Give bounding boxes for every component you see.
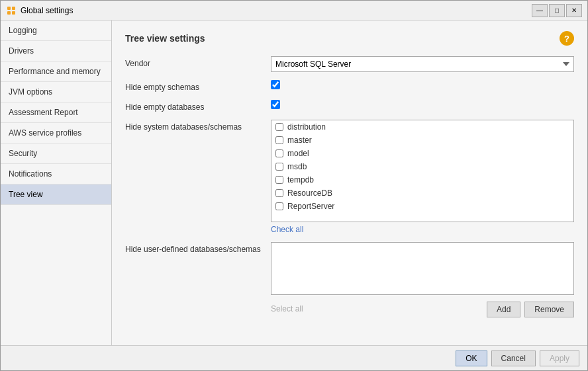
settings-icon (6, 5, 17, 16)
vendor-label: Vendor (125, 56, 271, 68)
svg-rect-2 (7, 11, 11, 15)
hide-system-db-label: Hide system databases/schemas (125, 120, 271, 132)
sidebar-item-assessment[interactable]: Assessment Report (1, 103, 111, 123)
panel-title-row: Tree view settings ? (125, 31, 574, 46)
hide-empty-databases-row: Hide empty databases (125, 100, 574, 112)
vendor-row: Vendor Microsoft SQL Server MySQL Postgr… (125, 56, 574, 72)
user-defined-actions: Add Remove (487, 302, 574, 317)
minimize-button[interactable]: — (532, 4, 548, 17)
list-item[interactable]: model (271, 147, 573, 160)
list-item[interactable]: ReportServer (271, 200, 573, 213)
svg-rect-0 (7, 7, 11, 10)
list-item[interactable]: tempdb (271, 173, 573, 186)
global-settings-window: Global settings — □ ✕ Logging Drivers Pe… (0, 0, 588, 371)
svg-rect-1 (12, 7, 15, 10)
help-icon[interactable]: ? (560, 31, 574, 46)
sidebar-item-jvm[interactable]: JVM options (1, 82, 111, 103)
sidebar-item-treeview[interactable]: Tree view (1, 185, 111, 205)
sidebar-item-aws[interactable]: AWS service profiles (1, 123, 111, 144)
title-bar-controls: — □ ✕ (532, 4, 582, 17)
sidebar-item-logging[interactable]: Logging (1, 21, 111, 41)
select-all-link[interactable]: Select all (271, 304, 303, 313)
sidebar-item-notifications[interactable]: Notifications (1, 164, 111, 185)
title-bar-left: Global settings (6, 5, 73, 16)
sidebar-item-performance[interactable]: Performance and memory (1, 62, 111, 82)
hide-user-defined-label: Hide user-defined databases/schemas (125, 242, 271, 254)
add-button[interactable]: Add (487, 302, 520, 317)
svg-rect-3 (12, 11, 15, 15)
hide-user-defined-control: Select all Add Remove (271, 242, 574, 317)
hide-system-db-control: distributionmastermodelmsdbtempdbResourc… (271, 120, 574, 234)
remove-button[interactable]: Remove (524, 302, 574, 317)
vendor-select[interactable]: Microsoft SQL Server MySQL PostgreSQL Or… (271, 56, 574, 72)
sidebar-item-security[interactable]: Security (1, 144, 111, 164)
sidebar: Logging Drivers Performance and memory J… (1, 21, 112, 345)
system-db-list-wrapper: distributionmastermodelmsdbtempdbResourc… (271, 120, 574, 222)
content-area: Logging Drivers Performance and memory J… (1, 21, 587, 345)
hide-empty-databases-label: Hide empty databases (125, 100, 271, 112)
maximize-button[interactable]: □ (549, 4, 565, 17)
list-item[interactable]: distribution (271, 120, 573, 134)
window-title: Global settings (21, 6, 73, 15)
sidebar-item-drivers[interactable]: Drivers (1, 41, 111, 62)
hide-empty-schemas-row: Hide empty schemas (125, 80, 574, 92)
list-item[interactable]: master (271, 134, 573, 147)
apply-button[interactable]: Apply (540, 350, 579, 366)
user-defined-list[interactable] (271, 242, 574, 295)
hide-empty-schemas-label: Hide empty schemas (125, 80, 271, 92)
panel-title-text: Tree view settings (125, 33, 205, 44)
main-panel: Tree view settings ? Vendor Microsoft SQ… (112, 21, 587, 345)
bottom-bar: OK Cancel Apply (1, 345, 587, 370)
close-button[interactable]: ✕ (566, 4, 582, 17)
hide-empty-schemas-control (271, 80, 574, 89)
hide-empty-databases-control (271, 100, 574, 109)
list-item[interactable]: msdb (271, 160, 573, 173)
hide-system-db-row: Hide system databases/schemas distributi… (125, 120, 574, 234)
cancel-button[interactable]: Cancel (491, 350, 536, 366)
hide-empty-databases-checkbox[interactable] (271, 100, 280, 109)
hide-user-defined-row: Hide user-defined databases/schemas Sele… (125, 242, 574, 317)
check-all-link[interactable]: Check all (271, 225, 303, 234)
title-bar: Global settings — □ ✕ (1, 1, 587, 21)
ok-button[interactable]: OK (456, 350, 487, 366)
hide-empty-schemas-checkbox[interactable] (271, 80, 280, 89)
vendor-control: Microsoft SQL Server MySQL PostgreSQL Or… (271, 56, 574, 72)
list-item[interactable]: ResourceDB (271, 186, 573, 200)
system-db-list[interactable]: distributionmastermodelmsdbtempdbResourc… (271, 120, 574, 222)
